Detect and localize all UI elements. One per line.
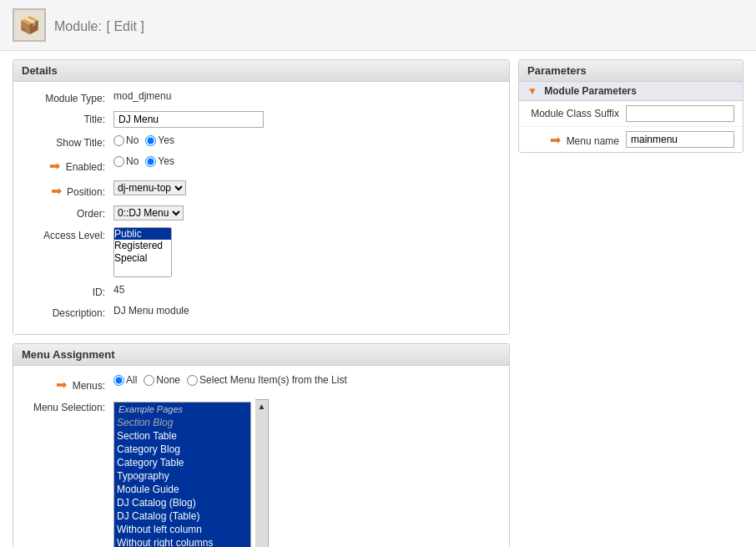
- class-suffix-label: Module Class Suffix: [527, 108, 626, 119]
- menu-item-dj-catalog-table[interactable]: DJ Catalog (Table): [114, 509, 250, 523]
- menu-item-category-blog[interactable]: Category Blog: [114, 443, 250, 456]
- enabled-yes-label[interactable]: Yes: [145, 155, 174, 167]
- menu-item-example[interactable]: Section Blog: [114, 416, 250, 429]
- menu-item-module-guide[interactable]: Module Guide: [114, 483, 250, 496]
- menus-field: All None Select Menu Item(s) from the Li…: [113, 374, 347, 386]
- menu-name-input[interactable]: [626, 131, 734, 148]
- description-field: DJ Menu module: [113, 305, 189, 317]
- menu-example-pages-header: Example Pages: [114, 403, 250, 416]
- menus-label-text: Menus:: [73, 380, 105, 392]
- order-select[interactable]: 0::DJ Menu: [113, 205, 184, 220]
- access-registered[interactable]: Registered: [114, 240, 171, 251]
- menu-item-typography[interactable]: Typography: [114, 469, 250, 483]
- menus-select-label[interactable]: Select Menu Item(s) from the List: [187, 374, 347, 386]
- menu-selection-field: Example Pages Section Blog Section Table…: [113, 399, 269, 547]
- title-sub: [ Edit ]: [106, 19, 144, 33]
- show-title-no-radio[interactable]: [113, 135, 124, 146]
- menus-row: ➡ Menus: All None: [22, 374, 501, 393]
- menus-none-radio[interactable]: [144, 375, 154, 386]
- left-panel: Details Module Type: mod_djmenu Title:: [13, 59, 510, 547]
- menu-name-label-text: Menu name: [567, 135, 619, 147]
- access-list[interactable]: Public Registered Special: [113, 227, 172, 277]
- class-suffix-row: Module Class Suffix: [519, 101, 743, 127]
- class-suffix-field: [626, 105, 734, 122]
- parameters-title-text: Parameters: [527, 64, 587, 77]
- description-label: Description:: [22, 305, 113, 319]
- details-title: Details: [13, 60, 509, 82]
- menu-assignment-content: ➡ Menus: All None: [13, 366, 509, 547]
- menu-name-label: ➡ Menu name: [527, 132, 626, 148]
- main-content: Details Module Type: mod_djmenu Title:: [0, 51, 756, 547]
- position-arrow-icon: ➡: [51, 184, 62, 198]
- show-title-yes-label[interactable]: Yes: [145, 134, 174, 146]
- page-header: 📦 Module: [ Edit ]: [0, 0, 756, 51]
- page-title: Module: [ Edit ]: [54, 16, 144, 35]
- enabled-row: ➡ Enabled: No Yes: [22, 155, 501, 174]
- module-type-value: mod_djmenu: [113, 90, 171, 102]
- parameters-section: Parameters ▼ Module Parameters Module Cl…: [518, 59, 743, 153]
- menu-assignment-title: Menu Assignment: [13, 344, 509, 366]
- id-row: ID: 45: [22, 284, 501, 298]
- class-suffix-input[interactable]: [626, 105, 734, 122]
- details-section: Details Module Type: mod_djmenu Title:: [13, 59, 510, 335]
- id-label: ID:: [22, 284, 113, 298]
- module-type-label: Module Type:: [22, 90, 113, 104]
- module-type-field: mod_djmenu: [113, 90, 171, 102]
- menu-item-no-right[interactable]: Without right columns: [114, 536, 250, 548]
- menus-select-radio[interactable]: [187, 375, 198, 386]
- menus-none-label[interactable]: None: [144, 374, 180, 386]
- show-title-yes-radio[interactable]: [145, 135, 156, 146]
- position-label-text: Position:: [67, 186, 105, 198]
- enabled-arrow-icon: ➡: [49, 159, 60, 173]
- menu-selection-label: Menu Selection:: [22, 399, 113, 413]
- scroll-up-icon[interactable]: ▲: [256, 400, 268, 413]
- menu-assignment-section: Menu Assignment ➡ Menus: All: [13, 343, 510, 547]
- position-row: ➡ Position: dj-menu-top: [22, 180, 501, 199]
- title-main: Module:: [54, 19, 102, 33]
- order-field: 0::DJ Menu: [113, 205, 184, 220]
- module-params-wrapper: ▼ Module Parameters Module Class Suffix …: [519, 82, 743, 152]
- details-content: Module Type: mod_djmenu Title: Show Titl…: [13, 82, 509, 334]
- access-special[interactable]: Special: [114, 252, 171, 264]
- menus-all-label[interactable]: All: [113, 374, 137, 386]
- position-field: dj-menu-top: [113, 180, 186, 195]
- right-panel: Parameters ▼ Module Parameters Module Cl…: [518, 59, 743, 547]
- enabled-no-label[interactable]: No: [113, 155, 139, 167]
- menu-selection-row: Menu Selection: Example Pages Section Bl…: [22, 399, 501, 547]
- description-value: DJ Menu module: [113, 305, 189, 317]
- module-params-triangle-icon: ▼: [527, 85, 537, 97]
- menu-item-no-left[interactable]: Without left column: [114, 523, 250, 536]
- enabled-no-radio[interactable]: [113, 156, 124, 167]
- enabled-label-text: Enabled:: [66, 161, 105, 173]
- title-field: [113, 111, 264, 128]
- menu-item-category-table[interactable]: Category Table: [114, 456, 250, 469]
- access-public[interactable]: Public: [114, 228, 171, 240]
- enabled-field: No Yes: [113, 155, 174, 167]
- menu-name-row: ➡ Menu name: [519, 127, 743, 152]
- title-input[interactable]: [113, 111, 264, 128]
- module-params-label: Module Parameters: [544, 85, 637, 97]
- access-row: Access Level: Public Registered Special: [22, 227, 501, 277]
- module-type-row: Module Type: mod_djmenu: [22, 90, 501, 104]
- title-label: Title:: [22, 111, 113, 125]
- position-select[interactable]: dj-menu-top: [113, 180, 186, 195]
- show-title-no-label[interactable]: No: [113, 134, 139, 146]
- id-value: 45: [113, 284, 124, 296]
- menus-all-radio[interactable]: [113, 375, 124, 386]
- menu-name-field: [626, 131, 734, 148]
- title-row: Title:: [22, 111, 501, 128]
- menu-items-list[interactable]: Section Blog Section Table Category Blog…: [114, 416, 250, 548]
- order-label: Order:: [22, 205, 113, 220]
- show-title-field: No Yes: [113, 134, 174, 146]
- menu-item-dj-catalog-blog[interactable]: DJ Catalog (Blog): [114, 496, 250, 509]
- menu-item-section-table[interactable]: Section Table: [114, 429, 250, 443]
- description-row: Description: DJ Menu module: [22, 305, 501, 319]
- module-icon: 📦: [13, 8, 46, 42]
- parameters-title: Parameters: [519, 60, 743, 82]
- enabled-label: ➡ Enabled:: [22, 155, 113, 174]
- enabled-yes-radio[interactable]: [145, 156, 156, 167]
- show-title-row: Show Title: No Yes: [22, 134, 501, 149]
- order-row: Order: 0::DJ Menu: [22, 205, 501, 220]
- menus-arrow-icon: ➡: [56, 377, 67, 392]
- menus-label: ➡ Menus:: [22, 374, 113, 393]
